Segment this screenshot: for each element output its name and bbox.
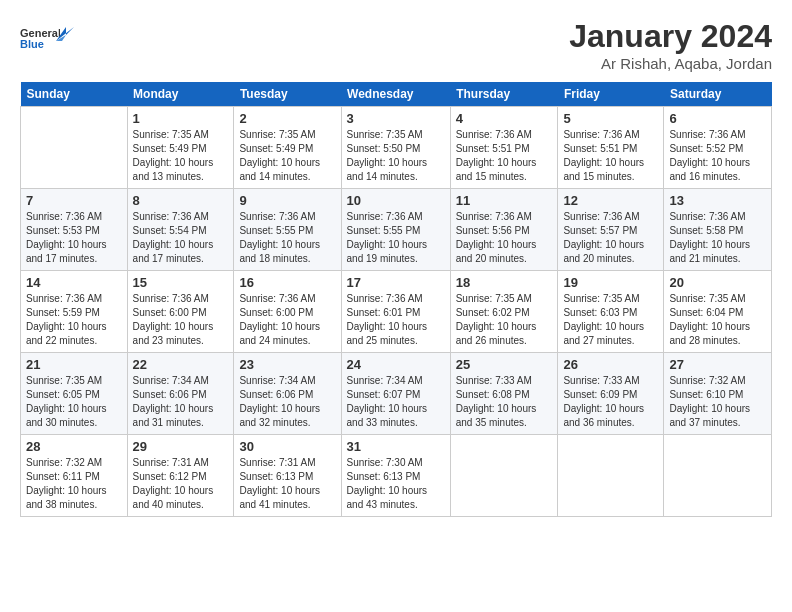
day-number: 1 [133, 111, 229, 126]
calendar-cell: 4Sunrise: 7:36 AM Sunset: 5:51 PM Daylig… [450, 107, 558, 189]
day-number: 30 [239, 439, 335, 454]
calendar-cell: 9Sunrise: 7:36 AM Sunset: 5:55 PM Daylig… [234, 189, 341, 271]
calendar-week-row: 21Sunrise: 7:35 AM Sunset: 6:05 PM Dayli… [21, 353, 772, 435]
page: General Blue January 2024 Ar Rishah, Aqa… [0, 0, 792, 527]
day-number: 11 [456, 193, 553, 208]
day-info: Sunrise: 7:36 AM Sunset: 5:54 PM Dayligh… [133, 210, 229, 266]
weekday-header: Saturday [664, 82, 772, 107]
calendar-cell: 6Sunrise: 7:36 AM Sunset: 5:52 PM Daylig… [664, 107, 772, 189]
calendar-header: SundayMondayTuesdayWednesdayThursdayFrid… [21, 82, 772, 107]
month-title: January 2024 [569, 18, 772, 55]
day-number: 23 [239, 357, 335, 372]
calendar-cell: 1Sunrise: 7:35 AM Sunset: 5:49 PM Daylig… [127, 107, 234, 189]
day-number: 9 [239, 193, 335, 208]
day-info: Sunrise: 7:34 AM Sunset: 6:06 PM Dayligh… [133, 374, 229, 430]
day-info: Sunrise: 7:36 AM Sunset: 5:57 PM Dayligh… [563, 210, 658, 266]
day-info: Sunrise: 7:36 AM Sunset: 5:53 PM Dayligh… [26, 210, 122, 266]
day-info: Sunrise: 7:36 AM Sunset: 5:51 PM Dayligh… [456, 128, 553, 184]
day-info: Sunrise: 7:36 AM Sunset: 5:51 PM Dayligh… [563, 128, 658, 184]
day-number: 14 [26, 275, 122, 290]
calendar-cell: 23Sunrise: 7:34 AM Sunset: 6:06 PM Dayli… [234, 353, 341, 435]
calendar-cell: 16Sunrise: 7:36 AM Sunset: 6:00 PM Dayli… [234, 271, 341, 353]
calendar-cell: 11Sunrise: 7:36 AM Sunset: 5:56 PM Dayli… [450, 189, 558, 271]
calendar-cell: 19Sunrise: 7:35 AM Sunset: 6:03 PM Dayli… [558, 271, 664, 353]
weekday-header: Wednesday [341, 82, 450, 107]
day-info: Sunrise: 7:34 AM Sunset: 6:07 PM Dayligh… [347, 374, 445, 430]
calendar-cell: 22Sunrise: 7:34 AM Sunset: 6:06 PM Dayli… [127, 353, 234, 435]
day-info: Sunrise: 7:36 AM Sunset: 6:00 PM Dayligh… [239, 292, 335, 348]
header: General Blue January 2024 Ar Rishah, Aqa… [20, 18, 772, 72]
calendar-cell [664, 435, 772, 517]
logo-bird-icon [52, 23, 74, 45]
calendar-cell: 28Sunrise: 7:32 AM Sunset: 6:11 PM Dayli… [21, 435, 128, 517]
day-number: 31 [347, 439, 445, 454]
day-info: Sunrise: 7:33 AM Sunset: 6:09 PM Dayligh… [563, 374, 658, 430]
day-number: 28 [26, 439, 122, 454]
day-number: 5 [563, 111, 658, 126]
weekday-header: Friday [558, 82, 664, 107]
calendar-cell: 24Sunrise: 7:34 AM Sunset: 6:07 PM Dayli… [341, 353, 450, 435]
day-number: 25 [456, 357, 553, 372]
day-info: Sunrise: 7:35 AM Sunset: 5:49 PM Dayligh… [239, 128, 335, 184]
day-number: 27 [669, 357, 766, 372]
day-number: 18 [456, 275, 553, 290]
day-number: 22 [133, 357, 229, 372]
day-number: 4 [456, 111, 553, 126]
calendar-cell: 20Sunrise: 7:35 AM Sunset: 6:04 PM Dayli… [664, 271, 772, 353]
title-section: January 2024 Ar Rishah, Aqaba, Jordan [569, 18, 772, 72]
calendar-cell: 15Sunrise: 7:36 AM Sunset: 6:00 PM Dayli… [127, 271, 234, 353]
day-info: Sunrise: 7:35 AM Sunset: 6:02 PM Dayligh… [456, 292, 553, 348]
calendar-cell: 3Sunrise: 7:35 AM Sunset: 5:50 PM Daylig… [341, 107, 450, 189]
location: Ar Rishah, Aqaba, Jordan [569, 55, 772, 72]
day-info: Sunrise: 7:36 AM Sunset: 5:55 PM Dayligh… [347, 210, 445, 266]
day-number: 8 [133, 193, 229, 208]
weekday-header-row: SundayMondayTuesdayWednesdayThursdayFrid… [21, 82, 772, 107]
weekday-header: Thursday [450, 82, 558, 107]
day-info: Sunrise: 7:35 AM Sunset: 5:50 PM Dayligh… [347, 128, 445, 184]
calendar-cell: 18Sunrise: 7:35 AM Sunset: 6:02 PM Dayli… [450, 271, 558, 353]
calendar-cell: 25Sunrise: 7:33 AM Sunset: 6:08 PM Dayli… [450, 353, 558, 435]
calendar-body: 1Sunrise: 7:35 AM Sunset: 5:49 PM Daylig… [21, 107, 772, 517]
calendar-cell: 14Sunrise: 7:36 AM Sunset: 5:59 PM Dayli… [21, 271, 128, 353]
day-number: 17 [347, 275, 445, 290]
weekday-header: Sunday [21, 82, 128, 107]
day-number: 2 [239, 111, 335, 126]
day-number: 12 [563, 193, 658, 208]
day-info: Sunrise: 7:33 AM Sunset: 6:08 PM Dayligh… [456, 374, 553, 430]
calendar-cell: 26Sunrise: 7:33 AM Sunset: 6:09 PM Dayli… [558, 353, 664, 435]
day-info: Sunrise: 7:35 AM Sunset: 6:03 PM Dayligh… [563, 292, 658, 348]
calendar-cell [558, 435, 664, 517]
day-info: Sunrise: 7:30 AM Sunset: 6:13 PM Dayligh… [347, 456, 445, 512]
day-info: Sunrise: 7:32 AM Sunset: 6:11 PM Dayligh… [26, 456, 122, 512]
day-number: 6 [669, 111, 766, 126]
day-number: 26 [563, 357, 658, 372]
svg-marker-2 [56, 27, 74, 41]
day-info: Sunrise: 7:36 AM Sunset: 5:55 PM Dayligh… [239, 210, 335, 266]
day-info: Sunrise: 7:36 AM Sunset: 5:58 PM Dayligh… [669, 210, 766, 266]
day-number: 29 [133, 439, 229, 454]
day-info: Sunrise: 7:31 AM Sunset: 6:12 PM Dayligh… [133, 456, 229, 512]
day-info: Sunrise: 7:35 AM Sunset: 5:49 PM Dayligh… [133, 128, 229, 184]
calendar-cell: 27Sunrise: 7:32 AM Sunset: 6:10 PM Dayli… [664, 353, 772, 435]
day-info: Sunrise: 7:36 AM Sunset: 6:00 PM Dayligh… [133, 292, 229, 348]
day-info: Sunrise: 7:34 AM Sunset: 6:06 PM Dayligh… [239, 374, 335, 430]
calendar-cell: 12Sunrise: 7:36 AM Sunset: 5:57 PM Dayli… [558, 189, 664, 271]
calendar-cell: 13Sunrise: 7:36 AM Sunset: 5:58 PM Dayli… [664, 189, 772, 271]
calendar-cell: 7Sunrise: 7:36 AM Sunset: 5:53 PM Daylig… [21, 189, 128, 271]
calendar-week-row: 28Sunrise: 7:32 AM Sunset: 6:11 PM Dayli… [21, 435, 772, 517]
day-info: Sunrise: 7:32 AM Sunset: 6:10 PM Dayligh… [669, 374, 766, 430]
svg-text:Blue: Blue [20, 38, 44, 50]
day-number: 16 [239, 275, 335, 290]
logo: General Blue [20, 18, 74, 58]
day-info: Sunrise: 7:35 AM Sunset: 6:05 PM Dayligh… [26, 374, 122, 430]
day-info: Sunrise: 7:36 AM Sunset: 5:52 PM Dayligh… [669, 128, 766, 184]
day-info: Sunrise: 7:36 AM Sunset: 6:01 PM Dayligh… [347, 292, 445, 348]
calendar-table: SundayMondayTuesdayWednesdayThursdayFrid… [20, 82, 772, 517]
day-info: Sunrise: 7:36 AM Sunset: 5:56 PM Dayligh… [456, 210, 553, 266]
day-number: 3 [347, 111, 445, 126]
calendar-week-row: 14Sunrise: 7:36 AM Sunset: 5:59 PM Dayli… [21, 271, 772, 353]
weekday-header: Tuesday [234, 82, 341, 107]
day-number: 13 [669, 193, 766, 208]
calendar-cell: 2Sunrise: 7:35 AM Sunset: 5:49 PM Daylig… [234, 107, 341, 189]
day-info: Sunrise: 7:36 AM Sunset: 5:59 PM Dayligh… [26, 292, 122, 348]
